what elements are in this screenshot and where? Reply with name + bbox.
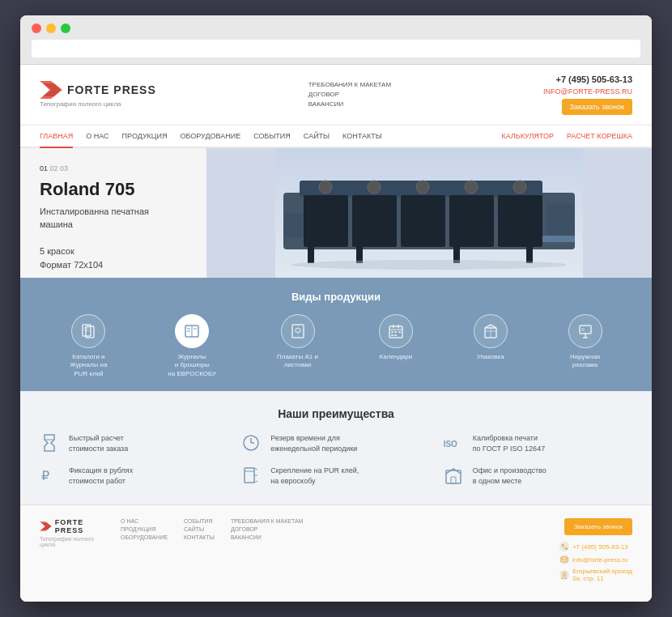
svg-point-11 (368, 181, 381, 194)
advantages-section: Наши преимущества Быстрый расчетстоимост… (20, 391, 652, 504)
footer-address-text: Егорьевский проезд2а, стр. 11 (572, 568, 632, 582)
adv-text-quick-calc: Быстрый расчетстоимости заказа (69, 433, 128, 453)
footer-order-button[interactable]: Заказать звонок (564, 518, 632, 535)
maximize-button[interactable] (61, 23, 70, 33)
footer-col-2: СОБЫТИЯ САЙТЫ КОНТАКТЫ (184, 518, 215, 582)
svg-rect-7 (401, 195, 445, 247)
svg-point-12 (416, 181, 429, 194)
nav-spine-calc[interactable]: РАСЧЕТ КОРЕШКА (567, 126, 632, 147)
header-link-vacancy[interactable]: ВАКАНСИИ (308, 100, 391, 108)
product-packaging[interactable]: Упаковка (474, 314, 508, 361)
header-link-dogovor[interactable]: ДОГОВОР (308, 91, 391, 98)
outdoor-icon (577, 323, 593, 339)
adv-text-office: Офис и производствов одном месте (473, 466, 547, 486)
nav-home[interactable]: ГЛАВНАЯ (40, 126, 73, 148)
footer: FORTE PRESS Типография полного цикла О Н… (20, 504, 652, 602)
browser-chrome (20, 15, 652, 65)
browser-window: FORTE PRESS Типография полного цикла ТРЕ… (20, 15, 652, 602)
order-call-button[interactable]: Заказать звонок (562, 99, 632, 115)
hero-desc: Инсталированна печатная машина 5 красок … (40, 205, 187, 272)
product-icon-packaging (474, 314, 508, 348)
product-label-calendars: Календари (380, 353, 413, 361)
nav-contacts[interactable]: КОНТАКТЫ (342, 126, 382, 147)
packaging-icon (483, 323, 499, 339)
svg-rect-43 (391, 334, 393, 336)
printing-machine-svg (206, 148, 652, 278)
product-journals[interactable]: Журналыи брошюрына ЕВРОСКОБУ (168, 314, 216, 378)
footer-logo: FORTE PRESS Типография полного цикла (40, 518, 104, 582)
svg-rect-15 (283, 213, 304, 237)
footer-link-equipment[interactable]: ОБОРУДОВАНИЕ (121, 534, 168, 540)
footer-link-maket[interactable]: ТРЕБОВАНИЯ К МАКЕТАМ (231, 518, 304, 524)
svg-rect-48 (580, 326, 591, 334)
nav-about[interactable]: О НАС (86, 126, 108, 147)
products-section-title: Виды продукции (40, 291, 632, 303)
product-catalogs[interactable]: Каталоги иЖурналы наPUR клей (70, 314, 107, 378)
address-bar[interactable] (32, 40, 640, 57)
product-label-catalogs: Каталоги иЖурналы наPUR клей (70, 353, 107, 378)
header-contact: +7 (495) 505-63-13 INFO@FORTE-PRESS.RU З… (543, 74, 632, 115)
footer-link-contract[interactable]: ДОГОВОР (231, 526, 304, 532)
advantage-quick-calc: Быстрый расчетстоимости заказа (40, 433, 228, 456)
footer-col-3: ТРЕБОВАНИЯ К МАКЕТАМ ДОГОВОР ВАКАНСИИ (231, 518, 304, 582)
nav-calculator[interactable]: КАЛЬКУЛЯТОР (501, 126, 554, 147)
browser-dots (32, 23, 640, 33)
product-label-packaging: Упаковка (477, 353, 504, 361)
footer-link-products[interactable]: ПРОДУКЦИЯ (121, 526, 168, 532)
product-icon-catalogs (71, 314, 105, 348)
main-nav: ГЛАВНАЯ О НАС ПРОДУКЦИЯ ОБОРУДОВАНИЕ СОБ… (20, 126, 652, 148)
close-button[interactable] (32, 23, 41, 33)
footer-top: FORTE PRESS Типография полного цикла О Н… (40, 518, 632, 582)
products-grid: Каталоги иЖурналы наPUR клей Журналыи бр (40, 314, 632, 378)
product-label-journals: Журналыи брошюрына ЕВРОСКОБУ (168, 353, 216, 378)
svg-rect-18 (308, 247, 314, 263)
footer-link-events[interactable]: СОБЫТИЯ (184, 518, 215, 524)
footer-phone-text: +7 (495) 505-63-13 (572, 543, 628, 551)
svg-rect-21 (526, 247, 533, 263)
journal-icon (184, 323, 200, 339)
svg-point-10 (319, 181, 332, 194)
catalog-icon (80, 323, 96, 339)
product-icon-outdoor (568, 314, 602, 348)
adv-text-calibration: Калибровка печатипо ГОСТ Р ISO 12647 (473, 433, 545, 453)
advantage-binding: Скрепление на PUR клей,на евроскобу (241, 466, 430, 488)
advantage-time-reserve: Резерв времени дляеженедельной периодики (241, 433, 430, 456)
svg-marker-1 (43, 83, 61, 96)
adv-text-time-reserve: Резерв времени дляеженедельной периодики (270, 433, 357, 453)
footer-link-contacts[interactable]: КОНТАКТЫ (184, 534, 215, 540)
svg-rect-44 (394, 334, 397, 336)
calendar-icon (388, 323, 404, 339)
footer-link-about[interactable]: О НАС (121, 518, 168, 524)
svg-text:₽: ₽ (41, 469, 49, 483)
email-icon (559, 555, 569, 564)
product-calendars[interactable]: Календари (379, 314, 413, 361)
iso-icon: ISO (444, 433, 466, 456)
svg-marker-65 (41, 523, 51, 530)
logo-area: FORTE PRESS Типография полного цикла (40, 81, 156, 108)
product-outdoor[interactable]: Наружнаяреклама (568, 314, 602, 370)
phone-icon (559, 542, 569, 551)
advantages-title: Наши преимущества (40, 407, 632, 420)
nav-products[interactable]: ПРОДУКЦИЯ (122, 126, 168, 147)
footer-link-vacancy[interactable]: ВАКАНСИИ (231, 534, 304, 540)
logo-subtitle: Типография полного цикла (40, 100, 121, 108)
nav-equipment[interactable]: ОБОРУДОВАНИЕ (180, 126, 240, 147)
product-posters[interactable]: Плакаты А1 илистовки (277, 314, 318, 370)
footer-link-sites[interactable]: САЙТЫ (184, 526, 215, 532)
svg-rect-41 (394, 331, 397, 333)
ruble-icon: ₽ (40, 466, 62, 488)
svg-rect-42 (398, 331, 401, 333)
header-link-maket[interactable]: ТРЕБОВАНИЯ К МАКЕТАМ (308, 81, 391, 88)
email-link[interactable]: INFO@FORTE-PRESS.RU (543, 87, 632, 96)
logo: FORTE PRESS (40, 81, 156, 99)
phone-number: +7 (495) 505-63-13 (556, 74, 632, 84)
nav-events[interactable]: СОБЫТИЯ (253, 126, 291, 147)
svg-point-13 (465, 181, 478, 194)
footer-logo-sub: Типография полного цикла (40, 536, 104, 547)
website-content: FORTE PRESS Типография полного цикла ТРЕ… (20, 65, 652, 602)
svg-rect-17 (542, 236, 575, 242)
hero-title: Roland 705 (40, 179, 187, 200)
adv-text-binding: Скрепление на PUR клей,на евроскобу (270, 466, 359, 486)
minimize-button[interactable] (46, 23, 56, 33)
nav-sites[interactable]: САЙТЫ (304, 126, 330, 147)
